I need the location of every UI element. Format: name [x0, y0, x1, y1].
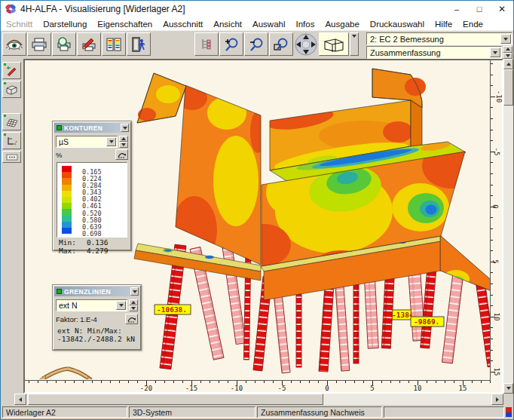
konturen-quantity-select[interactable]: µS: [56, 136, 118, 148]
status-segment: 3D-System: [129, 406, 255, 418]
spin-down-button[interactable]: [503, 53, 512, 60]
color-legend-button[interactable]: [102, 32, 126, 56]
result-type-value: Zusammenfassung: [370, 48, 441, 57]
horizontal-scroll-thumb[interactable]: [28, 394, 323, 405]
scroll-right-button[interactable]: [491, 394, 503, 405]
spin-up-button[interactable]: [503, 46, 512, 53]
menu-druckauswahl[interactable]: Druckauswahl: [365, 19, 430, 29]
print-options-button[interactable]: [77, 32, 101, 56]
element-labels-button[interactable]: [2, 151, 21, 163]
pan-pad-icon: [294, 32, 318, 57]
legend-swatch: [62, 197, 72, 203]
grenzlinien-spinner[interactable]: [129, 299, 138, 311]
min-label: Min:: [59, 238, 76, 247]
canvas-area[interactable]: -13842.: [23, 59, 503, 394]
grenzlinien-quantity-value: ext N: [59, 301, 78, 310]
zoom-out-button[interactable]: [244, 32, 268, 56]
menu-darstellung[interactable]: Darstellung: [38, 19, 92, 29]
print-button[interactable]: [27, 32, 51, 56]
ruler-tick: [490, 381, 491, 383]
display-tree-button[interactable]: [194, 32, 219, 56]
ruler-tick: [491, 162, 493, 163]
ruler-label: 15: [459, 385, 467, 392]
view-eye-button[interactable]: [2, 32, 26, 56]
legend-swatch: [62, 222, 72, 228]
scroll-up-button[interactable]: [503, 59, 513, 69]
menu-ansicht[interactable]: Ansicht: [208, 19, 247, 29]
close-button[interactable]: ✕: [491, 2, 513, 17]
max-value: 4.279: [87, 247, 109, 255]
spin-up-button[interactable]: [129, 299, 138, 305]
exit-button[interactable]: [127, 32, 151, 56]
grenzlinien-dropdown-button[interactable]: [116, 301, 126, 310]
scroll-down-button[interactable]: [503, 383, 513, 394]
konturen-autoscale-button[interactable]: [115, 149, 128, 160]
menu-hilfe[interactable]: Hilfe: [430, 19, 457, 29]
spin-down-button[interactable]: [129, 305, 138, 311]
horizontal-scrollbar[interactable]: [1, 394, 513, 405]
zoom-in-button[interactable]: [219, 32, 243, 56]
spin-down-button[interactable]: [119, 142, 128, 148]
zoom-window-button[interactable]: [269, 32, 293, 56]
vertical-scroll-thumb[interactable]: [503, 69, 513, 106]
legend-swatch: [62, 178, 72, 184]
result-type-spinner[interactable]: [503, 46, 512, 59]
scrollbar-corner: [503, 394, 513, 405]
grenzlinien-titlebar[interactable]: GRENZLINIEN: [54, 287, 139, 296]
menu-eigenschaften[interactable]: Eigenschaften: [92, 19, 158, 29]
result-locations-icon: [6, 136, 18, 146]
grenzlinien-panel[interactable]: GRENZLINIEN ext N Faktor: 1.E-4: [52, 284, 142, 351]
ruler-tick: [491, 85, 493, 86]
ruler-tick: [491, 107, 493, 108]
ruler-label: 0: [325, 385, 329, 392]
design-case-dropdown-button[interactable]: [500, 34, 511, 44]
print-preview-button[interactable]: [52, 32, 76, 56]
menu-ausgabe[interactable]: Ausgabe: [320, 19, 364, 29]
menu-ausschnitt[interactable]: Ausschnitt: [158, 19, 208, 29]
section-pen-button[interactable]: [2, 62, 21, 79]
vertical-scrollbar[interactable]: [503, 59, 513, 394]
konturen-spinner[interactable]: [119, 136, 128, 148]
minimize-button[interactable]: –: [445, 2, 468, 17]
horizontal-scroll-track[interactable]: [26, 394, 491, 405]
arrow-down-icon: [121, 143, 126, 146]
scroll-left-button[interactable]: [14, 394, 26, 405]
design-case-select[interactable]: 2: EC 2 Bemessung: [366, 32, 512, 45]
legend-swatch: [62, 209, 72, 215]
solid-view-button[interactable]: [2, 81, 21, 98]
ruler-tick: [155, 381, 156, 383]
legend-swatch: [62, 191, 72, 197]
menu-auswahl[interactable]: Auswahl: [247, 19, 290, 29]
maximize-button[interactable]: □: [468, 2, 491, 17]
svg-text:-10638.: -10638.: [157, 305, 187, 314]
ruler-tick: [47, 381, 47, 383]
result-type-dropdown-button[interactable]: [490, 48, 500, 57]
ruler-tick: [38, 381, 38, 383]
menu-infos[interactable]: Infos: [290, 19, 320, 29]
view-3d-dropdown[interactable]: [350, 32, 359, 56]
ruler-tick: [436, 381, 436, 383]
konturen-title: KONTUREN: [64, 124, 121, 132]
konturen-dropdown-button[interactable]: [106, 137, 116, 146]
autoscale-icon: [127, 315, 136, 323]
menu-ende[interactable]: Ende: [457, 19, 488, 29]
ruler-tick: [491, 185, 493, 185]
konturen-titlebar[interactable]: KONTUREN: [54, 123, 130, 133]
vertical-scroll-track[interactable]: [503, 69, 513, 383]
view-3d-button[interactable]: [319, 32, 349, 56]
ruler-tick: [92, 381, 93, 383]
result-type-select[interactable]: Zusammenfassung: [366, 46, 502, 59]
grenzlinien-menu-button[interactable]: [130, 287, 139, 296]
pan-button[interactable]: [294, 32, 318, 56]
grenzlinien-quantity-select[interactable]: ext N: [56, 299, 127, 311]
konturen-menu-button[interactable]: [121, 124, 129, 132]
spin-up-button[interactable]: [119, 136, 128, 142]
grenzlinien-autoscale-button[interactable]: [125, 314, 138, 324]
mesh-grid-icon: [5, 117, 18, 127]
result-locations-button[interactable]: [2, 132, 21, 149]
arrow-up-icon: [506, 48, 510, 51]
konturen-panel[interactable]: KONTUREN µS %: [52, 121, 132, 251]
ruler-label: 10: [493, 312, 500, 320]
legend-value-column: 0.1650.2240.2840.3430.4020.4610.5200.580…: [82, 166, 102, 234]
mesh-view-button[interactable]: [2, 113, 21, 130]
